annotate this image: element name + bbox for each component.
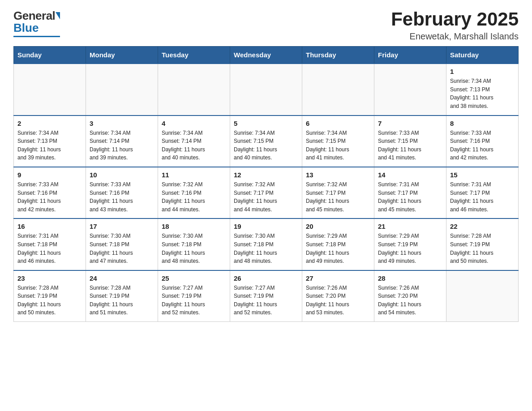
calendar-week-row: 2Sunrise: 7:34 AM Sunset: 7:13 PM Daylig… <box>14 116 519 167</box>
day-header-friday: Friday <box>374 47 446 64</box>
calendar-week-row: 9Sunrise: 7:33 AM Sunset: 7:16 PM Daylig… <box>14 167 519 218</box>
day-number: 28 <box>378 274 442 282</box>
day-number: 8 <box>450 120 515 127</box>
day-info: Sunrise: 7:33 AM Sunset: 7:16 PM Dayligh… <box>17 180 82 214</box>
day-header-thursday: Thursday <box>302 47 374 64</box>
calendar-cell: 2Sunrise: 7:34 AM Sunset: 7:13 PM Daylig… <box>14 116 86 167</box>
day-number: 16 <box>17 223 82 230</box>
day-info: Sunrise: 7:31 AM Sunset: 7:17 PM Dayligh… <box>378 180 442 214</box>
day-info: Sunrise: 7:29 AM Sunset: 7:19 PM Dayligh… <box>378 232 442 265</box>
day-number: 21 <box>378 223 442 230</box>
day-info: Sunrise: 7:30 AM Sunset: 7:18 PM Dayligh… <box>234 232 298 265</box>
calendar-table: SundayMondayTuesdayWednesdayThursdayFrid… <box>13 46 519 322</box>
calendar-cell: 7Sunrise: 7:33 AM Sunset: 7:15 PM Daylig… <box>374 116 446 167</box>
day-number: 24 <box>90 274 154 282</box>
calendar-cell: 19Sunrise: 7:30 AM Sunset: 7:18 PM Dayli… <box>230 218 302 270</box>
day-number: 4 <box>162 120 226 127</box>
day-info: Sunrise: 7:26 AM Sunset: 7:20 PM Dayligh… <box>378 284 442 317</box>
day-info: Sunrise: 7:33 AM Sunset: 7:16 PM Dayligh… <box>90 180 154 214</box>
day-number: 25 <box>162 274 226 282</box>
logo: General Blue <box>13 9 60 37</box>
day-header-monday: Monday <box>86 47 158 64</box>
day-number: 20 <box>306 223 370 230</box>
day-info: Sunrise: 7:31 AM Sunset: 7:17 PM Dayligh… <box>450 180 515 214</box>
calendar-cell <box>230 64 302 115</box>
calendar-cell: 8Sunrise: 7:33 AM Sunset: 7:16 PM Daylig… <box>446 116 519 167</box>
day-info: Sunrise: 7:34 AM Sunset: 7:14 PM Dayligh… <box>162 129 226 162</box>
day-number: 15 <box>450 171 515 179</box>
calendar-cell <box>446 270 519 322</box>
calendar-cell: 6Sunrise: 7:34 AM Sunset: 7:15 PM Daylig… <box>302 116 374 167</box>
day-number: 19 <box>234 223 298 230</box>
calendar-cell: 21Sunrise: 7:29 AM Sunset: 7:19 PM Dayli… <box>374 218 446 270</box>
calendar-subtitle: Enewetak, Marshall Islands <box>391 31 519 42</box>
calendar-cell: 22Sunrise: 7:28 AM Sunset: 7:19 PM Dayli… <box>446 218 519 270</box>
day-number: 14 <box>378 171 442 179</box>
calendar-cell: 4Sunrise: 7:34 AM Sunset: 7:14 PM Daylig… <box>158 116 230 167</box>
day-header-tuesday: Tuesday <box>158 47 230 64</box>
calendar-cell: 12Sunrise: 7:32 AM Sunset: 7:17 PM Dayli… <box>230 167 302 218</box>
calendar-cell: 16Sunrise: 7:31 AM Sunset: 7:18 PM Dayli… <box>14 218 86 270</box>
day-info: Sunrise: 7:27 AM Sunset: 7:19 PM Dayligh… <box>162 284 226 317</box>
day-header-saturday: Saturday <box>446 47 519 64</box>
calendar-cell: 11Sunrise: 7:32 AM Sunset: 7:16 PM Dayli… <box>158 167 230 218</box>
day-info: Sunrise: 7:34 AM Sunset: 7:14 PM Dayligh… <box>90 129 154 162</box>
calendar-cell: 1Sunrise: 7:34 AM Sunset: 7:13 PM Daylig… <box>446 64 519 115</box>
calendar-cell: 20Sunrise: 7:29 AM Sunset: 7:18 PM Dayli… <box>302 218 374 270</box>
calendar-cell: 9Sunrise: 7:33 AM Sunset: 7:16 PM Daylig… <box>14 167 86 218</box>
calendar-cell: 3Sunrise: 7:34 AM Sunset: 7:14 PM Daylig… <box>86 116 158 167</box>
calendar-cell: 27Sunrise: 7:26 AM Sunset: 7:20 PM Dayli… <box>302 270 374 322</box>
day-info: Sunrise: 7:32 AM Sunset: 7:16 PM Dayligh… <box>162 180 226 214</box>
logo-blue-text: Blue <box>13 21 39 35</box>
calendar-cell: 15Sunrise: 7:31 AM Sunset: 7:17 PM Dayli… <box>446 167 519 218</box>
day-header-wednesday: Wednesday <box>230 47 302 64</box>
day-info: Sunrise: 7:30 AM Sunset: 7:18 PM Dayligh… <box>90 232 154 265</box>
day-number: 26 <box>234 274 298 282</box>
day-number: 12 <box>234 171 298 179</box>
calendar-cell: 13Sunrise: 7:32 AM Sunset: 7:17 PM Dayli… <box>302 167 374 218</box>
calendar-cell <box>86 64 158 115</box>
logo-arrow-icon <box>56 12 60 19</box>
calendar-cell: 14Sunrise: 7:31 AM Sunset: 7:17 PM Dayli… <box>374 167 446 218</box>
day-info: Sunrise: 7:34 AM Sunset: 7:15 PM Dayligh… <box>306 129 370 162</box>
calendar-cell: 25Sunrise: 7:27 AM Sunset: 7:19 PM Dayli… <box>158 270 230 322</box>
calendar-cell: 23Sunrise: 7:28 AM Sunset: 7:19 PM Dayli… <box>14 270 86 322</box>
day-number: 23 <box>17 274 82 282</box>
calendar-cell: 26Sunrise: 7:27 AM Sunset: 7:19 PM Dayli… <box>230 270 302 322</box>
day-header-sunday: Sunday <box>14 47 86 64</box>
day-number: 17 <box>90 223 154 230</box>
calendar-week-row: 16Sunrise: 7:31 AM Sunset: 7:18 PM Dayli… <box>14 218 519 270</box>
calendar-cell <box>374 64 446 115</box>
calendar-week-row: 1Sunrise: 7:34 AM Sunset: 7:13 PM Daylig… <box>14 64 519 115</box>
day-info: Sunrise: 7:34 AM Sunset: 7:15 PM Dayligh… <box>234 129 298 162</box>
day-info: Sunrise: 7:33 AM Sunset: 7:16 PM Dayligh… <box>450 129 515 162</box>
calendar-body: 1Sunrise: 7:34 AM Sunset: 7:13 PM Daylig… <box>14 64 519 321</box>
calendar-cell <box>302 64 374 115</box>
day-number: 18 <box>162 223 226 230</box>
day-number: 6 <box>306 120 370 127</box>
calendar-title: February 2025 <box>391 9 519 30</box>
calendar-week-row: 23Sunrise: 7:28 AM Sunset: 7:19 PM Dayli… <box>14 270 519 322</box>
calendar-header-row: SundayMondayTuesdayWednesdayThursdayFrid… <box>14 47 519 64</box>
day-info: Sunrise: 7:26 AM Sunset: 7:20 PM Dayligh… <box>306 284 370 317</box>
day-info: Sunrise: 7:33 AM Sunset: 7:15 PM Dayligh… <box>378 129 442 162</box>
day-info: Sunrise: 7:28 AM Sunset: 7:19 PM Dayligh… <box>17 284 82 317</box>
calendar-cell: 28Sunrise: 7:26 AM Sunset: 7:20 PM Dayli… <box>374 270 446 322</box>
day-info: Sunrise: 7:32 AM Sunset: 7:17 PM Dayligh… <box>234 180 298 214</box>
calendar-cell <box>14 64 86 115</box>
day-info: Sunrise: 7:34 AM Sunset: 7:13 PM Dayligh… <box>17 129 82 162</box>
day-number: 1 <box>450 68 515 75</box>
calendar-cell <box>158 64 230 115</box>
day-info: Sunrise: 7:28 AM Sunset: 7:19 PM Dayligh… <box>450 232 515 265</box>
calendar-cell: 18Sunrise: 7:30 AM Sunset: 7:18 PM Dayli… <box>158 218 230 270</box>
day-number: 3 <box>90 120 154 127</box>
day-info: Sunrise: 7:34 AM Sunset: 7:13 PM Dayligh… <box>450 77 515 110</box>
day-info: Sunrise: 7:30 AM Sunset: 7:18 PM Dayligh… <box>162 232 226 265</box>
day-number: 11 <box>162 171 226 179</box>
logo-underline <box>13 36 60 37</box>
page-header: General Blue February 2025 Enewetak, Mar… <box>13 9 519 42</box>
calendar-cell: 10Sunrise: 7:33 AM Sunset: 7:16 PM Dayli… <box>86 167 158 218</box>
day-number: 2 <box>17 120 82 127</box>
day-info: Sunrise: 7:31 AM Sunset: 7:18 PM Dayligh… <box>17 232 82 265</box>
day-number: 9 <box>17 171 82 179</box>
